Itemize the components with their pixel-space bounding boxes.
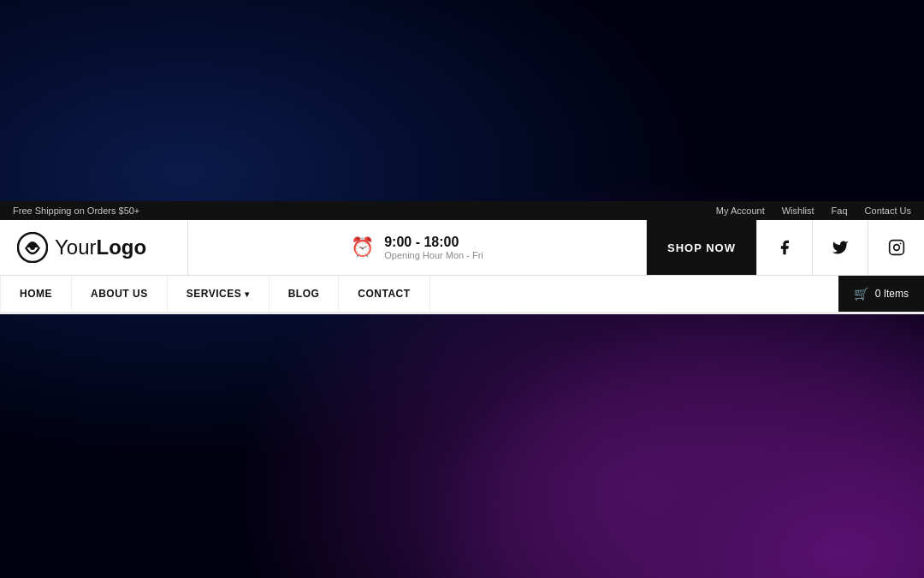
nav-item-about-us[interactable]: ABOUT US	[72, 276, 168, 312]
top-bar: Free Shipping on Orders $50+ My Account …	[0, 201, 924, 220]
logo-area: YourLogo	[0, 220, 188, 275]
cart-count: 0 Items	[875, 288, 909, 300]
clock-icon: ⏰	[351, 236, 374, 259]
contact-us-link[interactable]: Contact Us	[865, 206, 911, 216]
facebook-icon[interactable]	[757, 220, 813, 275]
my-account-link[interactable]: My Account	[716, 206, 765, 216]
opening-time: 9:00 - 18:00	[384, 235, 483, 250]
faq-link[interactable]: Faq	[832, 206, 848, 216]
social-icons	[757, 220, 924, 275]
nav-item-blog[interactable]: BLOG	[270, 276, 340, 312]
svg-point-3	[893, 245, 899, 251]
logo-icon	[17, 232, 48, 263]
nav-bar: HOME ABOUT US SERVICES ▾ BLOG CONTACT 🛒 …	[0, 276, 924, 314]
main-header: YourLogo ⏰ 9:00 - 18:00 Opening Hour Mon…	[0, 220, 924, 276]
cart-button[interactable]: 🛒 0 Items	[838, 276, 924, 312]
top-bar-links: My Account Wishlist Faq Contact Us	[716, 206, 911, 216]
nav-item-contact[interactable]: CONTACT	[339, 276, 429, 312]
shop-now-button[interactable]: SHOP NOW	[647, 220, 757, 275]
nav-items: HOME ABOUT US SERVICES ▾ BLOG CONTACT	[0, 276, 838, 312]
opening-label: Opening Hour Mon - Fri	[384, 250, 483, 260]
content-area	[0, 314, 924, 572]
logo-text: YourLogo	[55, 235, 146, 259]
services-dropdown-arrow: ▾	[245, 289, 250, 299]
instagram-icon[interactable]	[868, 220, 924, 275]
nav-item-home[interactable]: HOME	[0, 276, 72, 312]
opening-info: 9:00 - 18:00 Opening Hour Mon - Fri	[384, 235, 483, 260]
nav-item-services[interactable]: SERVICES ▾	[168, 276, 270, 312]
cart-icon: 🛒	[854, 287, 868, 301]
svg-rect-2	[889, 241, 903, 255]
opening-hours-section: ⏰ 9:00 - 18:00 Opening Hour Mon - Fri	[188, 220, 647, 275]
wishlist-link[interactable]: Wishlist	[782, 206, 814, 216]
svg-point-4	[899, 243, 901, 245]
twitter-icon[interactable]	[813, 220, 868, 275]
shipping-notice: Free Shipping on Orders $50+	[13, 206, 139, 216]
svg-point-1	[30, 245, 35, 250]
